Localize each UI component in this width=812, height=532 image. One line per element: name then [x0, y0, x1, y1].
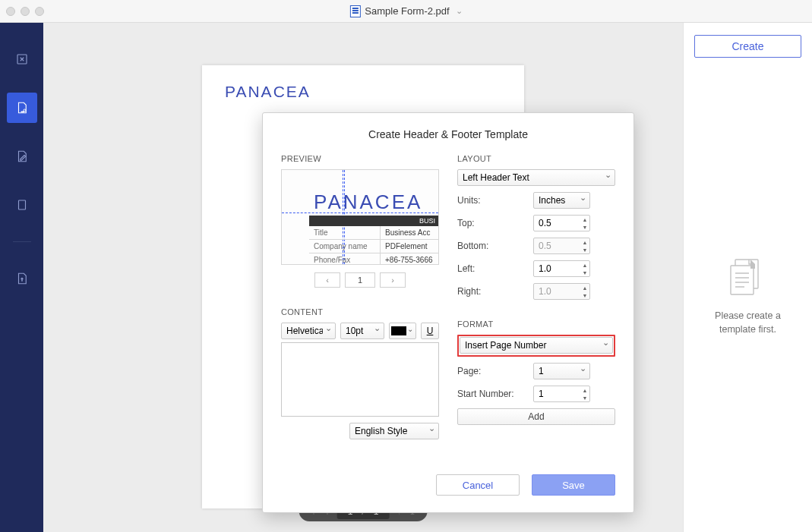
- stepper-down-icon[interactable]: ▼: [580, 223, 589, 231]
- table-cell: Title: [309, 226, 381, 239]
- table-cell: +86-755-3666: [381, 253, 438, 265]
- document-icon: [349, 5, 360, 17]
- color-swatch-icon: [391, 326, 406, 335]
- preview-brand: PANACEA: [314, 190, 422, 214]
- left-label: Left:: [457, 263, 533, 274]
- stepper-up-icon[interactable]: ▲: [580, 261, 589, 269]
- table-row: Company name PDFelement: [309, 240, 438, 253]
- stepper-down-icon[interactable]: ▼: [580, 394, 589, 401]
- stepper-up-icon[interactable]: ▲: [580, 284, 589, 291]
- format-insert-select[interactable]: Insert Page Number: [460, 337, 613, 354]
- color-picker[interactable]: [389, 323, 416, 339]
- preview-guide-h: [282, 212, 438, 213]
- preview-bar: BUSI: [309, 216, 438, 226]
- start-label: Start Number:: [457, 389, 533, 399]
- window-controls: [6, 7, 44, 16]
- sidebar-divider: [13, 241, 31, 242]
- title-dropdown-icon[interactable]: ⌄: [456, 6, 463, 16]
- stepper-up-icon[interactable]: ▲: [580, 238, 589, 246]
- stepper-down-icon[interactable]: ▼: [580, 269, 589, 276]
- table-cell: Phone/Fax: [309, 253, 381, 265]
- bottom-label: Bottom:: [457, 241, 533, 251]
- placeholder-text: Please create a template first.: [715, 310, 781, 336]
- font-select[interactable]: Helvetica: [281, 323, 336, 339]
- sidebar-tool-edit[interactable]: [7, 141, 37, 172]
- modal-right-column: LAYOUT Left Header Text Units: Inches To…: [457, 154, 615, 439]
- page-format-select[interactable]: 1: [533, 363, 590, 379]
- table-cell: Company name: [309, 240, 381, 253]
- document-canvas[interactable]: PANACEA ⤒ ↓ 1 / 1 ↑ ⤓ Create Header & Fo…: [43, 23, 683, 532]
- stepper-down-icon[interactable]: ▼: [580, 291, 589, 299]
- right-label: Right:: [457, 286, 533, 297]
- page-brand: PANACEA: [225, 83, 311, 101]
- underline-button[interactable]: U: [421, 323, 439, 339]
- save-button[interactable]: Save: [532, 474, 615, 496]
- top-label: Top:: [457, 218, 533, 228]
- table-row: Phone/Fax +86-755-3666: [309, 253, 438, 265]
- traffic-zoom[interactable]: [35, 7, 44, 16]
- modal-left-column: PREVIEW PANACEA BUSI Title Business: [281, 154, 439, 439]
- position-select[interactable]: Left Header Text: [457, 169, 615, 186]
- add-button[interactable]: Add: [457, 408, 615, 425]
- placeholder-graphic: Please create a template first.: [715, 255, 781, 336]
- sidebar: [0, 23, 43, 532]
- cancel-button[interactable]: Cancel: [436, 474, 520, 496]
- window-title-text: Sample Form-2.pdf: [365, 5, 449, 17]
- sidebar-tool-export[interactable]: [7, 263, 37, 294]
- preview-page-input[interactable]: [345, 272, 375, 288]
- size-select[interactable]: 10pt: [340, 323, 384, 339]
- modal-footer: Cancel Save: [281, 474, 615, 496]
- traffic-minimize[interactable]: [21, 7, 30, 16]
- units-select[interactable]: Inches: [533, 192, 590, 209]
- svg-rect-2: [18, 200, 25, 209]
- table-row: Title Business Acc: [309, 226, 438, 240]
- template-placeholder-icon: [726, 255, 769, 297]
- titlebar: Sample Form-2.pdf ⌄: [0, 0, 812, 23]
- units-label: Units:: [457, 195, 533, 206]
- table-cell: PDFelement: [381, 240, 438, 253]
- stepper-up-icon[interactable]: ▲: [580, 216, 589, 223]
- right-panel: Create Please create a template first.: [683, 23, 812, 532]
- preview-prev-button[interactable]: ‹: [314, 272, 340, 288]
- style-select[interactable]: English Style: [349, 423, 439, 439]
- preview-page-nav: ‹ ›: [281, 272, 439, 288]
- app-body: PANACEA ⤒ ↓ 1 / 1 ↑ ⤓ Create Header & Fo…: [0, 23, 812, 532]
- format-label: FORMAT: [457, 320, 615, 329]
- stepper-up-icon[interactable]: ▲: [580, 386, 589, 394]
- table-cell: Business Acc: [381, 226, 438, 239]
- content-label: CONTENT: [281, 307, 439, 316]
- page-label: Page:: [457, 366, 533, 376]
- preview-label: PREVIEW: [281, 154, 439, 163]
- stepper-down-icon[interactable]: ▼: [580, 246, 589, 253]
- svg-rect-4: [731, 266, 754, 294]
- modal-title: Create Header & Footer Template: [281, 128, 615, 140]
- traffic-close[interactable]: [6, 7, 15, 16]
- preview-table: Title Business Acc Company name PDFeleme…: [309, 226, 438, 265]
- content-textarea[interactable]: [281, 342, 439, 417]
- preview-box: PANACEA BUSI Title Business Acc: [281, 169, 439, 265]
- sidebar-tool-header-footer[interactable]: [7, 93, 37, 123]
- create-button[interactable]: Create: [694, 35, 801, 58]
- layout-label: LAYOUT: [457, 154, 615, 163]
- header-footer-modal: Create Header & Footer Template PREVIEW …: [262, 112, 634, 513]
- preview-next-button[interactable]: ›: [380, 272, 406, 288]
- sidebar-tool-close[interactable]: [7, 44, 37, 74]
- window-title: Sample Form-2.pdf ⌄: [349, 5, 462, 17]
- sidebar-tool-page[interactable]: [7, 190, 37, 220]
